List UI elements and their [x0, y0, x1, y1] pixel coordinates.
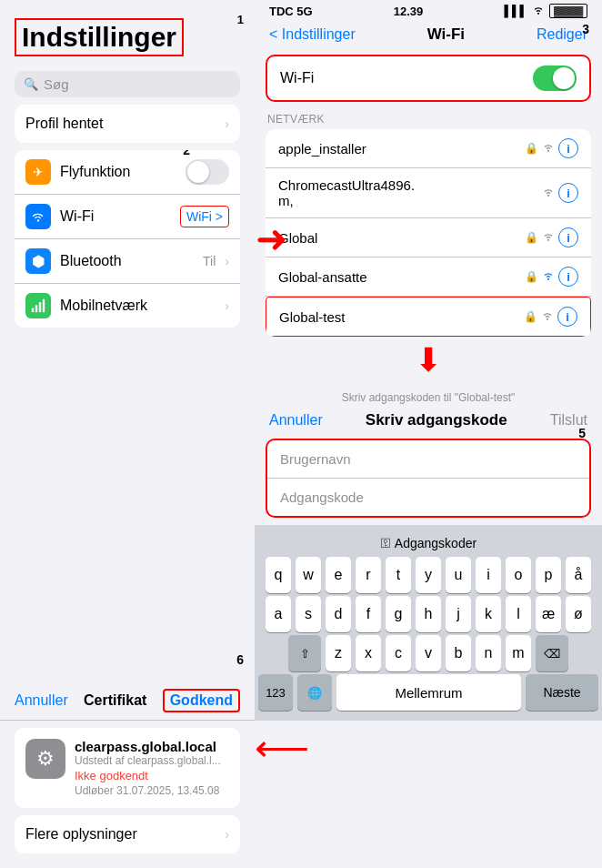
kb-row-2: a s d f g h j k l æ ø — [258, 596, 598, 632]
cert-toolbar: Annuller Certifikat Godkend — [0, 681, 255, 721]
key-y[interactable]: y — [416, 557, 441, 593]
key-aa[interactable]: å — [566, 557, 591, 593]
cert-info: clearpass.global.local Udstedt af clearp… — [75, 739, 229, 797]
key-l[interactable]: l — [506, 596, 531, 632]
left-header: Indstillinger — [0, 0, 255, 64]
arrow-down-icon: ⬇ — [255, 344, 602, 377]
info-button[interactable]: i — [557, 307, 577, 327]
network-row[interactable]: 4 Global-ansatte 🔒 i — [266, 257, 591, 297]
network-header: NETVÆRK — [255, 106, 602, 129]
search-input[interactable]: Søg — [44, 76, 69, 92]
key-x[interactable]: x — [356, 635, 381, 671]
info-button[interactable]: i — [558, 138, 578, 158]
key-a[interactable]: a — [266, 596, 291, 632]
network-icons: 🔒 i — [525, 267, 578, 287]
wifi-nav: < Indstillinger Wi-Fi Rediger — [255, 22, 602, 51]
info-button[interactable]: i — [558, 183, 578, 203]
info-button[interactable]: i — [558, 267, 578, 287]
flyfunktion-toggle[interactable] — [186, 159, 229, 185]
key-e[interactable]: e — [326, 557, 351, 593]
cert-godkend-button[interactable]: Godkend — [163, 689, 240, 712]
mobilnetvaerk-label: Mobilnetværk — [60, 298, 216, 314]
wifi-value[interactable]: WiFi > — [180, 206, 229, 227]
password-field[interactable]: Adgangskode — [267, 479, 589, 516]
key-w[interactable]: w — [296, 557, 321, 593]
numbers-key[interactable]: 123 — [258, 674, 293, 711]
profil-label: Profil hentet — [25, 116, 216, 132]
info-button[interactable]: i — [558, 227, 578, 247]
key-n[interactable]: n — [476, 635, 501, 671]
status-icons: ▌▌▌ ▓▓▓▓ — [504, 4, 587, 18]
username-field[interactable]: Brugernavn — [267, 440, 589, 479]
cert-area: 6 ⟵ Annuller Certifikat Godkend ⚙ clearp… — [0, 671, 255, 868]
key-p[interactable]: p — [536, 557, 561, 593]
key-v[interactable]: v — [416, 635, 441, 671]
space-key[interactable]: Mellemrum — [336, 674, 521, 711]
kb-suggestion-bar[interactable]: ⚿ Adgangskoder — [258, 532, 598, 554]
next-key[interactable]: Næste — [526, 674, 598, 711]
cert-more-row[interactable]: Flere oplysninger › — [15, 815, 240, 853]
key-j[interactable]: j — [446, 596, 471, 632]
app-title: Indstillinger — [15, 18, 184, 56]
network-row[interactable]: Global 🔒 i — [266, 218, 591, 257]
bluetooth-icon: ⬢ — [25, 248, 51, 274]
key-k[interactable]: k — [476, 596, 501, 632]
key-r[interactable]: r — [356, 557, 381, 593]
bluetooth-chevron-icon: › — [225, 254, 229, 268]
arrow-right-icon: ➜ — [256, 217, 287, 261]
network-name: Global — [278, 230, 519, 246]
profil-group: Profil hentet › — [15, 105, 240, 143]
search-bar[interactable]: 🔍 Søg — [15, 71, 240, 97]
network-row[interactable]: apple_installer 🔒 i — [266, 129, 591, 168]
key-f[interactable]: f — [356, 596, 381, 632]
key-h[interactable]: h — [416, 596, 441, 632]
bluetooth-value: Til — [203, 254, 216, 268]
key-z[interactable]: z — [326, 635, 351, 671]
flyfunktion-icon: ✈ — [25, 159, 51, 185]
network-name: apple_installer — [278, 141, 519, 156]
wifi-toggle-row[interactable]: Wi-Fi — [266, 55, 591, 102]
key-i[interactable]: i — [476, 557, 501, 593]
key-m[interactable]: m — [506, 635, 531, 671]
wifi-strength-icon — [542, 230, 555, 245]
bluetooth-label: Bluetooth — [60, 253, 194, 269]
key-d[interactable]: d — [326, 596, 351, 632]
pwd-nav: Annuller Skriv adgangskode Tilslut — [255, 408, 602, 435]
key-u[interactable]: u — [446, 557, 471, 593]
profil-row[interactable]: Profil hentet › — [15, 105, 240, 143]
network-icons: 🔒 i — [525, 227, 578, 247]
mobilnetvaerk-row[interactable]: Mobilnetværk › — [15, 284, 240, 328]
backspace-key[interactable]: ⌫ — [536, 635, 568, 671]
globe-key[interactable]: 🌐 — [297, 674, 332, 711]
network-row-global-test[interactable]: Global-test 🔒 i — [266, 297, 591, 337]
key-c[interactable]: c — [386, 635, 411, 671]
shift-key[interactable]: ⇧ — [288, 635, 321, 671]
svg-rect-2 — [39, 302, 41, 312]
bluetooth-row[interactable]: ⬢ Bluetooth Til › — [15, 239, 240, 284]
cert-annuller-button[interactable]: Annuller — [15, 692, 68, 709]
rediger-button[interactable]: Rediger — [537, 26, 587, 43]
svg-rect-0 — [32, 308, 34, 312]
key-oe[interactable]: ø — [566, 596, 591, 632]
network-name: Global-test — [279, 309, 518, 325]
key-o[interactable]: o — [506, 557, 531, 593]
svg-rect-3 — [43, 299, 45, 312]
pwd-annuller-button[interactable]: Annuller — [269, 412, 323, 429]
wifi-row[interactable]: Wi-Fi WiFi > — [15, 195, 240, 239]
mobilnetvaerk-icon — [25, 293, 51, 318]
key-q[interactable]: q — [266, 557, 291, 593]
key-s[interactable]: s — [296, 596, 321, 632]
mobilnetvaerk-chevron-icon: › — [225, 298, 229, 313]
cert-name: clearpass.global.local — [75, 739, 229, 754]
back-button[interactable]: < Indstillinger — [269, 26, 356, 43]
key-t[interactable]: t — [386, 557, 411, 593]
key-g[interactable]: g — [386, 596, 411, 632]
wifi-toggle[interactable] — [533, 66, 577, 91]
flyfunktion-row[interactable]: ✈ Flyfunktion 2 — [15, 150, 240, 195]
network-row[interactable]: ChromecastUltra4896. m, i — [266, 168, 591, 218]
key-b[interactable]: b — [446, 635, 471, 671]
password-screen: Skriv adgangskoden til "Global-test" Ann… — [255, 384, 602, 868]
wifi-label: Wi-Fi — [60, 208, 171, 225]
key-ae[interactable]: æ — [536, 596, 561, 632]
arrow-left-icon: ⟵ — [255, 725, 309, 770]
